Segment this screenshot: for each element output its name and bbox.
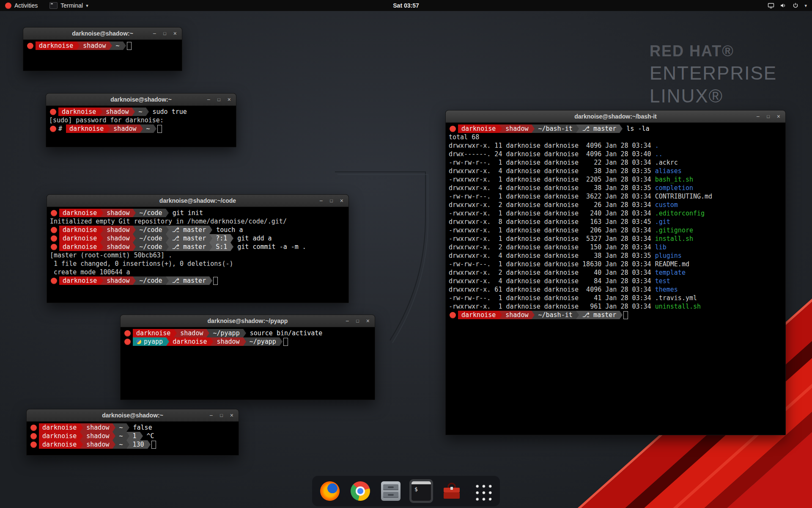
chevron-down-icon: ▾ [804,3,807,8]
maximize-button[interactable]: □ [330,195,333,207]
close-button[interactable]: × [777,110,780,122]
terminal-app-icon [49,2,58,9]
maximize-button[interactable]: □ [767,110,770,122]
close-button[interactable]: × [230,409,233,421]
powerline-separator [100,243,103,251]
branding-redhat: RED HAT® [650,42,777,60]
terminal-line: drwxrwxr-x. 2 darknoise darknoise 40 Jan… [449,268,782,277]
powerline-separator [243,329,246,337]
terminal-output-text: drwxrwxr-x. 2 darknoise darknoise 150 Ja… [449,243,655,251]
terminal-content[interactable]: darknoiseshadow~ [23,40,182,71]
close-button[interactable]: × [173,28,177,39]
app-grid-icon[interactable] [470,479,494,503]
terminal-line: darknoiseshadow~ [26,41,179,50]
chevron-down-icon: ▾ [86,3,88,8]
prompt-host-segment: shadow [103,276,133,285]
terminal-line: -rwxrwxr-x. 1 darknoise darknoise 240 Ja… [449,209,782,218]
terminal-content[interactable]: darknoiseshadow~/pyapp source bin/activa… [121,327,375,400]
files-icon[interactable] [379,479,403,503]
minimize-button[interactable]: − [319,195,323,207]
top-bar: Activities Terminal ▾ Sat 03:57 ▾ [0,0,812,11]
close-button[interactable]: × [340,195,343,207]
window-titlebar[interactable]: darknoise@shadow:~/code − □ × [47,195,348,207]
chrome-icon[interactable] [348,479,372,503]
terminal-output-text: # [58,124,66,133]
powerline-separator [243,337,246,346]
terminal-line: darknoiseshadow~1 ^C [30,432,236,440]
terminal-content[interactable]: darknoiseshadow~/bash-it⎇ master ls -lat… [446,123,785,435]
powerline-separator [499,311,502,319]
terminal-content[interactable]: darknoiseshadow~/code git initInitialize… [47,207,348,303]
powerline-separator [576,124,579,133]
system-status-area[interactable]: ▾ [766,0,809,11]
directory-name: themes [655,285,678,294]
prompt-path-segment: ~/pyapp [246,337,280,346]
terminal-icon[interactable]: $ [409,479,433,503]
prompt-path-segment: ~ [115,423,126,432]
prompt-user-segment: darknoise [58,108,99,116]
prompt-user-segment: darknoise [39,440,80,449]
terminal-content[interactable]: darknoiseshadow~ sudo true[sudo] passwor… [46,106,236,147]
minimize-button[interactable]: − [756,110,760,122]
terminal-line: drwxrwxr-x. 8 darknoise darknoise 163 Ja… [449,218,782,226]
powerline-separator [100,276,103,285]
terminal-output-text: drwxrwxr-x. 4 darknoise darknoise 38 Jan… [449,184,655,192]
terminal-line: -rwxrwxr-x. 1 darknoise darknoise 206 Ja… [449,226,782,235]
minimize-button[interactable]: − [153,28,156,39]
terminal-line: darknoiseshadow~ sudo true [49,108,233,116]
terminal-line: Initialized empty Git repository in /hom… [50,217,346,226]
prompt-host-segment: shadow [103,234,133,243]
maximize-button[interactable]: □ [217,94,220,105]
close-button[interactable]: × [228,94,231,105]
terminal-line: darknoiseshadow~ false [30,423,236,432]
terminal-output-text: drwxrwxr-x. 11 darknoise darknoise 4096 … [449,141,655,150]
window-titlebar[interactable]: darknoise@shadow:~ − □ × [46,94,236,106]
terminal-line: [sudo] password for darknoise: [49,116,233,124]
terminal-line: -rw-rw-r--. 1 darknoise darknoise 18630 … [449,260,782,268]
powerline-separator [80,440,83,449]
powerline-separator [109,41,112,50]
terminal-line: drwxrwxr-x. 61 darknoise darknoise 4096 … [449,285,782,294]
prompt-path-segment: ~/code [136,234,165,243]
prompt-user-segment: darknoise [59,226,100,234]
prompt-host-segment: shadow [83,423,112,432]
maximize-button[interactable]: □ [220,409,223,421]
maximize-button[interactable]: □ [163,28,166,39]
terminal-output-text: -rw-rw-r--. 1 darknoise darknoise 41 Jan… [449,294,697,302]
app-menu-button[interactable]: Terminal ▾ [48,0,90,11]
prompt-user-segment: darknoise [59,209,100,217]
terminal-output-text: Initialized empty Git repository in /hom… [50,217,287,226]
terminal-content[interactable]: darknoiseshadow~ falsedarknoiseshadow~1 … [27,422,239,455]
close-button[interactable]: × [366,315,370,327]
prompt-git-segment: ⎇ master [579,124,620,133]
command-text: touch a [212,226,243,234]
window-titlebar[interactable]: darknoise@shadow:~/pyapp − □ × [121,315,375,327]
prompt-path-segment: ~ [112,41,123,50]
terminal-output-text: -rw-rw-r--. 1 darknoise darknoise 22 Jan… [449,158,678,167]
terminal-line: pyappdarknoiseshadow~/pyapp [123,337,372,346]
powerline-separator [174,329,177,337]
minimize-button[interactable]: − [207,94,210,105]
prompt-git-segment: ⎇ master [169,276,210,285]
executable-name: .gitignore [655,226,693,235]
terminal-cursor [151,441,156,449]
minimize-button[interactable]: − [346,315,349,327]
powerline-separator [133,209,136,217]
activities-button[interactable]: Activities [3,0,39,11]
prompt-user-segment: darknoise [169,337,210,346]
firefox-icon[interactable] [318,479,342,503]
window-titlebar[interactable]: darknoise@shadow:~/bash-it − □ × [446,110,785,123]
powerline-separator [209,276,212,285]
command-text: git commit -a -m . [233,243,306,251]
command-text: ls -la [623,124,649,133]
command-text: ^C [143,432,154,440]
maximize-button[interactable]: □ [356,315,359,327]
window-titlebar[interactable]: darknoise@shadow:~ − □ × [23,28,182,40]
toolbox-icon[interactable] [440,479,464,503]
window-titlebar[interactable]: darknoise@shadow:~ − □ × [27,409,239,422]
prompt-user-segment: darknoise [458,311,499,319]
powerline-separator [123,41,126,50]
minimize-button[interactable]: − [209,409,213,421]
clock[interactable]: Sat 03:57 [393,2,419,9]
directory-name: aliases [655,167,682,175]
